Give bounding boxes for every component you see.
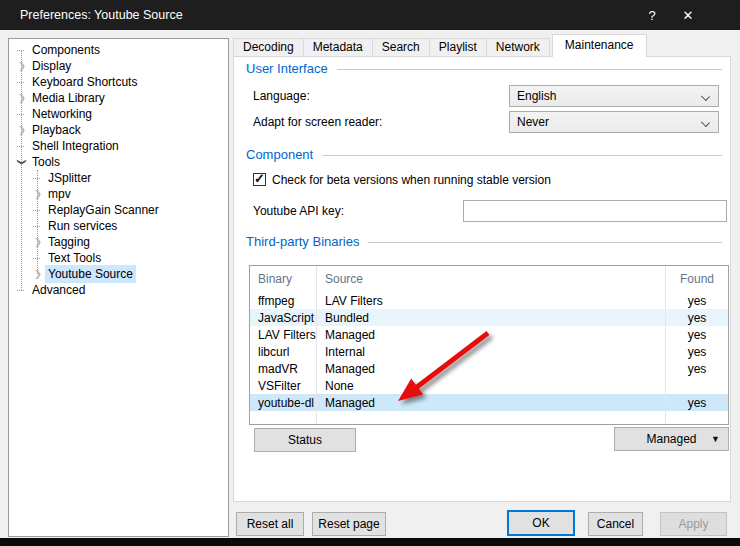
tab-playlist[interactable]: Playlist bbox=[430, 38, 487, 57]
tree-connector bbox=[17, 290, 24, 291]
reset-page-button[interactable]: Reset page bbox=[312, 512, 386, 536]
tab-maintenance[interactable]: Maintenance bbox=[552, 34, 647, 57]
group-third-party-binaries: Third-party Binaries bbox=[246, 234, 722, 249]
sidebar-item-shell-integration[interactable]: Shell Integration bbox=[9, 138, 228, 154]
cell-found: yes bbox=[666, 394, 728, 411]
binary-mode-dropdown[interactable]: Managed ▼ bbox=[614, 427, 729, 451]
sidebar-item-text-tools[interactable]: Text Tools bbox=[9, 250, 228, 266]
beta-versions-checkbox[interactable] bbox=[253, 173, 266, 186]
cell-empty bbox=[250, 411, 317, 424]
language-select[interactable]: English bbox=[509, 85, 719, 107]
cell-source: Managed bbox=[317, 360, 666, 377]
group-rule bbox=[368, 242, 722, 243]
preferences-tree: Components❯DisplayKeyboard Shortcuts❯Med… bbox=[8, 38, 229, 537]
tree-connector bbox=[33, 178, 40, 179]
cancel-button[interactable]: Cancel bbox=[588, 512, 643, 536]
cell-binary: youtube-dl bbox=[250, 394, 317, 411]
group-user-interface: User Interface bbox=[246, 61, 722, 76]
group-rule bbox=[322, 155, 722, 156]
cell-binary: LAV Filters bbox=[250, 326, 317, 343]
cancel-label: Cancel bbox=[597, 517, 634, 531]
cell-found: yes bbox=[666, 309, 728, 326]
chevron-down-icon bbox=[701, 92, 710, 101]
binaries-table: Binary Source Found ffmpegLAV Filtersyes… bbox=[249, 265, 729, 425]
screen-reader-select[interactable]: Never bbox=[509, 111, 719, 133]
sidebar-item-youtube-source[interactable]: ❯Youtube Source bbox=[9, 266, 228, 282]
chevron-down-icon bbox=[701, 118, 710, 127]
close-button[interactable]: ✕ bbox=[670, 0, 706, 30]
cell-found bbox=[666, 377, 728, 394]
chevron-collapsed-icon[interactable]: ❯ bbox=[15, 58, 29, 74]
sidebar-item-networking[interactable]: Networking bbox=[9, 106, 228, 122]
cell-empty bbox=[666, 411, 728, 424]
ok-button[interactable]: OK bbox=[507, 510, 575, 536]
tree-connector bbox=[33, 258, 40, 259]
binaries-row-ffmpeg[interactable]: ffmpegLAV Filtersyes bbox=[250, 292, 728, 309]
cell-source: None bbox=[317, 377, 666, 394]
sidebar-item-tagging[interactable]: ❯Tagging bbox=[9, 234, 228, 250]
chevron-collapsed-icon[interactable]: ❯ bbox=[31, 234, 45, 250]
sidebar-item-display[interactable]: ❯Display bbox=[9, 58, 228, 74]
cell-found: yes bbox=[666, 326, 728, 343]
sidebar-item-mpv[interactable]: ❯mpv bbox=[9, 186, 228, 202]
binaries-row-lav-filters[interactable]: LAV FiltersManagedyes bbox=[250, 326, 728, 343]
screen-reader-label: Adapt for screen reader: bbox=[253, 115, 382, 129]
titlebar: Preferences: Youtube Source ? ✕ bbox=[0, 0, 740, 30]
binaries-row-madvr[interactable]: madVRManagedyes bbox=[250, 360, 728, 377]
cell-source: LAV Filters bbox=[317, 292, 666, 309]
cell-binary: JavaScript bbox=[250, 309, 317, 326]
cell-empty bbox=[317, 411, 666, 424]
apply-button[interactable]: Apply bbox=[660, 512, 727, 536]
sidebar-item-advanced[interactable]: Advanced bbox=[9, 282, 228, 298]
cell-source: Managed bbox=[317, 394, 666, 411]
api-key-input[interactable] bbox=[463, 200, 727, 222]
column-header-found: Found bbox=[666, 266, 728, 292]
language-label: Language: bbox=[253, 89, 310, 103]
sidebar-item-media-library[interactable]: ❯Media Library bbox=[9, 90, 228, 106]
status-button[interactable]: Status bbox=[254, 428, 356, 452]
reset-all-button[interactable]: Reset all bbox=[236, 512, 304, 536]
sidebar-item-components[interactable]: Components bbox=[9, 42, 228, 58]
cell-source: Managed bbox=[317, 326, 666, 343]
cell-binary: madVR bbox=[250, 360, 317, 377]
tab-bar: DecodingMetadataSearchPlaylistNetworkMai… bbox=[233, 36, 647, 57]
preferences-dialog: Preferences: Youtube Source ? ✕ Componen… bbox=[0, 0, 740, 546]
column-header-source: Source bbox=[317, 266, 666, 292]
binaries-row-youtube-dl[interactable]: youtube-dlManagedyes bbox=[250, 394, 728, 411]
cell-binary: libcurl bbox=[250, 343, 317, 360]
sidebar-item-tools[interactable]: ❯Tools bbox=[9, 154, 228, 170]
sidebar-item-playback[interactable]: ❯Playback bbox=[9, 122, 228, 138]
beta-versions-label: Check for beta versions when running sta… bbox=[272, 173, 551, 187]
tab-decoding[interactable]: Decoding bbox=[233, 38, 304, 57]
cell-binary: VSFilter bbox=[250, 377, 317, 394]
help-button[interactable]: ? bbox=[634, 0, 670, 30]
chevron-collapsed-icon[interactable]: ❯ bbox=[15, 122, 29, 138]
cell-binary: ffmpeg bbox=[250, 292, 317, 309]
sidebar-item-jsplitter[interactable]: JSplitter bbox=[9, 170, 228, 186]
group-title: Component bbox=[246, 147, 313, 162]
binary-mode-value: Managed bbox=[646, 432, 696, 446]
binaries-row-vsfilter[interactable]: VSFilterNone bbox=[250, 377, 728, 394]
sidebar-item-keyboard-shortcuts[interactable]: Keyboard Shortcuts bbox=[9, 74, 228, 90]
chevron-expanded-icon[interactable]: ❯ bbox=[14, 155, 30, 169]
cell-found: yes bbox=[666, 360, 728, 377]
tab-network[interactable]: Network bbox=[487, 38, 550, 57]
binaries-row-javascript[interactable]: JavaScriptBundledyes bbox=[250, 309, 728, 326]
tab-search[interactable]: Search bbox=[373, 38, 430, 57]
maintenance-page: User Interface Language: English Adapt f… bbox=[233, 56, 731, 502]
sidebar-item-run-services[interactable]: Run services bbox=[9, 218, 228, 234]
chevron-collapsed-icon[interactable]: ❯ bbox=[31, 266, 45, 282]
tab-metadata[interactable]: Metadata bbox=[304, 38, 373, 57]
binaries-row-libcurl[interactable]: libcurlInternalyes bbox=[250, 343, 728, 360]
binaries-table-empty-space bbox=[250, 411, 728, 424]
chevron-collapsed-icon[interactable]: ❯ bbox=[31, 186, 45, 202]
sidebar-item-replaygain-scanner[interactable]: ReplayGain Scanner bbox=[9, 202, 228, 218]
column-header-binary: Binary bbox=[250, 266, 317, 292]
api-key-label: Youtube API key: bbox=[253, 204, 344, 218]
tree-connector bbox=[17, 114, 24, 115]
tree-connector bbox=[17, 50, 24, 51]
reset-all-label: Reset all bbox=[247, 517, 294, 531]
chevron-collapsed-icon[interactable]: ❯ bbox=[15, 90, 29, 106]
sidebar-item-label: Advanced bbox=[29, 281, 88, 299]
reset-page-label: Reset page bbox=[318, 517, 379, 531]
